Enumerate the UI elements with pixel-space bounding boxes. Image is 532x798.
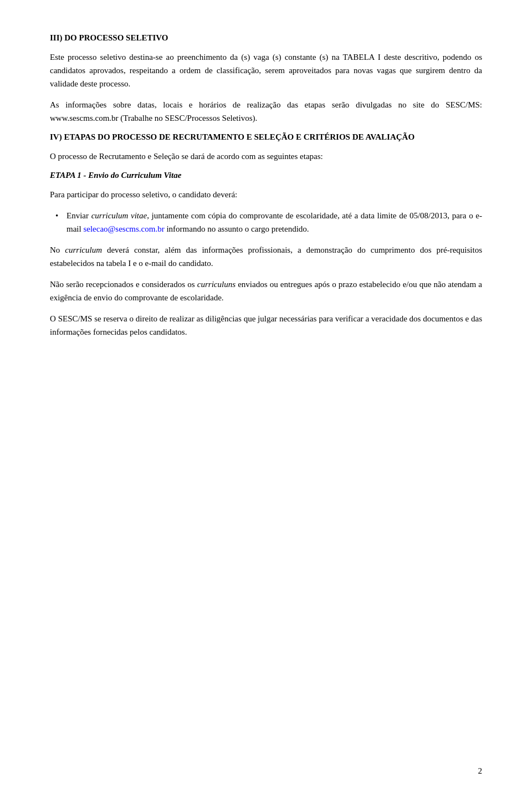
curriculum-constar-paragraph: No curriculum deverá constar, além das i… [50,243,482,270]
etapa-1-intro: Para participar do processo seletivo, o … [50,188,482,201]
section-iv-paragraph-1: O processo de Recrutamento e Seleção se … [50,150,482,163]
page: III) DO PROCESSO SELETIVO Este processo … [0,0,532,798]
section-iv-title: IV) ETAPAS DO PROCESSO DE RECRUTAMENTO E… [50,132,482,142]
email-link[interactable]: selecao@sescms.com.br [83,224,164,233]
section-iii-paragraph-1: Este processo seletivo destina-se ao pre… [50,50,482,90]
bullet-item-curriculum: Enviar curriculum vitae, juntamente com … [50,209,482,236]
section-iii-title: III) DO PROCESSO SELETIVO [50,33,482,43]
nao-recepcionados-paragraph: Não serão recepcionados e considerados o… [50,278,482,304]
curriculum-vitae-italic: curriculum vitae [91,211,147,220]
page-number: 2 [478,766,483,776]
etapa-1-title: ETAPA 1 - Envio do Curriculum Vitae [50,171,482,180]
curriculum-italic-2: curriculum [65,245,102,254]
sesc-reserva-paragraph: O SESC/MS se reserva o direito de realiz… [50,312,482,339]
curriculuns-italic: curriculuns [197,280,236,289]
section-iii-paragraph-2: As informações sobre datas, locais e hor… [50,98,482,125]
